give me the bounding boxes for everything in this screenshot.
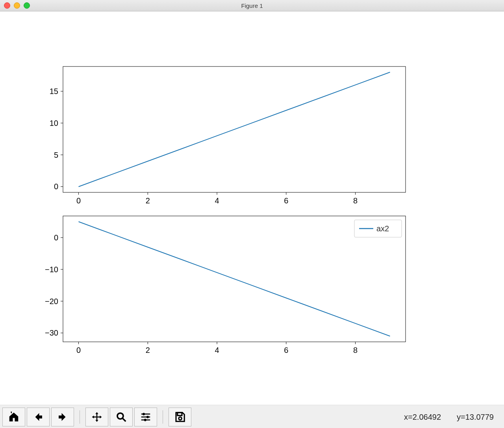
legend-label: ax2 [376,224,389,233]
home-icon [8,411,20,423]
magnify-icon [115,411,127,423]
x-tick-label: 4 [215,196,219,205]
y-tick-label: −10 [45,265,58,274]
x-tick-label: 2 [146,196,150,205]
configure-subplots-button[interactable] [134,408,157,426]
svg-point-18 [117,413,123,419]
save-button[interactable] [169,408,191,426]
y-tick-label: −30 [45,328,58,337]
x-tick-label: 2 [146,346,150,354]
svg-point-23 [146,416,149,418]
x-tick-label: 6 [284,196,288,205]
y-tick-label: 0 [54,182,58,191]
save-icon [174,411,186,423]
data-line [79,222,390,336]
x-tick-label: 8 [353,196,358,205]
y-tick-label: 5 [54,151,58,159]
zoom-window-button[interactable] [24,2,30,9]
cursor-coordinates: x=2.06492 y=13.0779 [404,413,494,422]
close-window-button[interactable] [4,2,10,9]
y-tick-label: 0 [54,233,58,242]
cursor-y-value: y=13.0779 [457,413,494,422]
svg-rect-26 [178,413,182,416]
cursor-x-value: x=2.06492 [404,413,441,422]
axes-2: 02468−30−20−100ax2 [45,216,406,354]
y-tick-label: 10 [50,119,58,127]
home-button[interactable] [2,408,25,426]
zoom-button[interactable] [110,408,133,426]
svg-point-25 [144,419,146,421]
sliders-icon [140,411,152,423]
window-title: Figure 1 [241,2,263,9]
toolbar-separator [163,410,163,424]
back-button[interactable] [27,408,50,426]
matplotlib-toolbar: x=2.06492 y=13.0779 [0,405,504,428]
x-tick-label: 0 [76,196,81,205]
arrow-right-icon [57,411,69,423]
traffic-lights [4,2,30,9]
x-tick-label: 0 [76,346,81,354]
svg-point-27 [179,417,182,420]
x-tick-label: 4 [215,346,219,354]
x-tick-label: 6 [284,346,288,354]
data-line [79,72,390,187]
arrow-left-icon [32,411,44,423]
toolbar-separator [80,410,80,424]
forward-button[interactable] [51,408,74,426]
move-icon [91,411,103,423]
figure-canvas[interactable]: 0246805101502468−30−20−100ax2 [0,11,467,405]
x-tick-label: 8 [353,346,358,354]
y-tick-label: −20 [45,297,58,306]
y-tick-label: 15 [50,87,58,96]
pan-button[interactable] [85,408,108,426]
window-titlebar: Figure 1 [0,0,504,11]
axes-1: 02468051015 [50,66,406,205]
svg-line-19 [123,419,126,422]
minimize-window-button[interactable] [14,2,20,9]
svg-point-21 [143,413,145,415]
